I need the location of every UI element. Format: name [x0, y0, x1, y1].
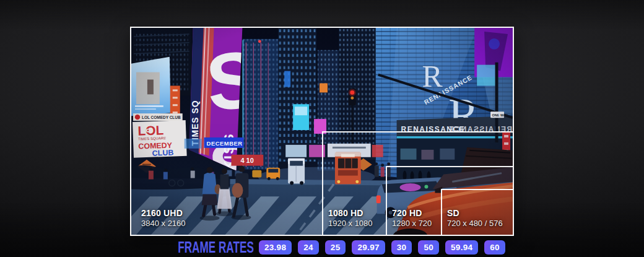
frame-rate-button-29-97[interactable]: 29.97 — [352, 240, 385, 255]
resolution-label-720-hd: 720 HD 1280 x 720 — [392, 207, 432, 229]
resolution-title: 1080 HD — [328, 207, 373, 219]
stage: LOL COMEDY CLUB LOL TIMES SQUARE COMEDY … — [0, 0, 644, 257]
frame-rate-button-23-98[interactable]: 23.98 — [259, 240, 292, 255]
resolution-label-2160-uhd: 2160 UHD 3840 x 2160 — [141, 207, 186, 229]
resolution-dimensions: 1280 x 720 — [392, 219, 432, 229]
frame-rate-button-50[interactable]: 50 — [418, 240, 439, 255]
resolution-title: SD — [447, 207, 503, 219]
resolution-title: 720 HD — [392, 207, 432, 219]
frame-rate-button-30[interactable]: 30 — [391, 240, 412, 255]
resolution-title: 2160 UHD — [141, 207, 186, 219]
frame-rate-button-24[interactable]: 24 — [298, 240, 319, 255]
resolution-comparison-graphic: LOL COMEDY CLUB LOL TIMES SQUARE COMEDY … — [130, 27, 514, 236]
resolution-dimensions: 1920 x 1080 — [328, 219, 373, 229]
resolution-dimensions: 720 x 480 / 576 — [447, 219, 503, 229]
resolution-label-1080-hd: 1080 HD 1920 x 1080 — [328, 207, 373, 229]
frame-rates-label: FRAME RATES — [178, 239, 254, 255]
resolution-dimensions: 3840 x 2160 — [141, 219, 186, 229]
frame-rate-button-25[interactable]: 25 — [325, 240, 346, 255]
frame-rates-bar: FRAME RATES 23.98 24 25 29.97 30 50 59.9… — [0, 239, 644, 255]
frame-rate-button-59-94[interactable]: 59.94 — [445, 240, 478, 255]
frame-rate-button-60[interactable]: 60 — [484, 240, 505, 255]
resolution-label-sd: SD 720 x 480 / 576 — [447, 207, 503, 229]
